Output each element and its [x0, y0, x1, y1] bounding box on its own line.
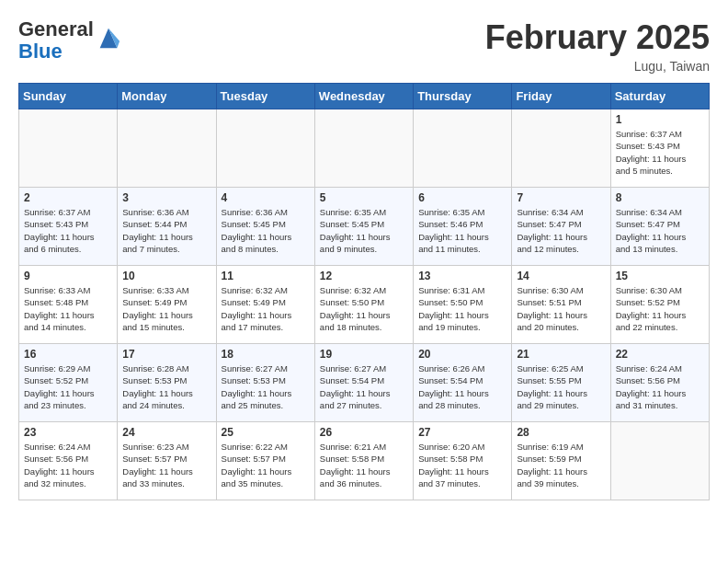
- day-number: 22: [616, 348, 704, 361]
- week-row-1: 1Sunrise: 6:37 AM Sunset: 5:43 PM Daylig…: [19, 109, 710, 188]
- weekday-header-tuesday: Tuesday: [216, 84, 314, 109]
- day-info: Sunrise: 6:24 AM Sunset: 5:56 PM Dayligh…: [24, 441, 112, 489]
- weekday-header-thursday: Thursday: [414, 84, 512, 109]
- day-number: 26: [320, 426, 408, 439]
- day-info: Sunrise: 6:20 AM Sunset: 5:58 PM Dayligh…: [418, 441, 506, 489]
- logo: General Blue: [18, 18, 121, 63]
- calendar-cell: 9Sunrise: 6:33 AM Sunset: 5:48 PM Daylig…: [19, 266, 118, 344]
- day-number: 10: [122, 270, 210, 282]
- calendar-cell: 18Sunrise: 6:27 AM Sunset: 5:53 PM Dayli…: [216, 344, 314, 422]
- week-row-2: 2Sunrise: 6:37 AM Sunset: 5:43 PM Daylig…: [19, 188, 710, 266]
- day-info: Sunrise: 6:21 AM Sunset: 5:58 PM Dayligh…: [320, 441, 408, 489]
- calendar-cell: [19, 109, 118, 188]
- calendar-cell: 6Sunrise: 6:35 AM Sunset: 5:46 PM Daylig…: [414, 188, 512, 266]
- day-number: 4: [222, 191, 310, 204]
- day-info: Sunrise: 6:22 AM Sunset: 5:57 PM Dayligh…: [222, 441, 310, 489]
- calendar-cell: 8Sunrise: 6:34 AM Sunset: 5:47 PM Daylig…: [610, 188, 709, 266]
- calendar-cell: [414, 109, 512, 188]
- day-number: 14: [517, 270, 605, 282]
- weekday-header-monday: Monday: [118, 84, 216, 109]
- day-info: Sunrise: 6:24 AM Sunset: 5:56 PM Dayligh…: [616, 362, 704, 411]
- weekday-header-friday: Friday: [512, 84, 610, 109]
- day-number: 16: [24, 348, 112, 361]
- day-info: Sunrise: 6:34 AM Sunset: 5:47 PM Dayligh…: [616, 206, 704, 255]
- weekday-header-sunday: Sunday: [19, 84, 118, 109]
- day-number: 27: [418, 426, 506, 439]
- logo-text: General Blue: [18, 18, 94, 63]
- day-info: Sunrise: 6:31 AM Sunset: 5:50 PM Dayligh…: [418, 284, 506, 333]
- logo-general: General: [18, 17, 94, 40]
- day-number: 6: [418, 191, 506, 204]
- location: Lugu, Taiwan: [485, 59, 710, 74]
- day-number: 17: [122, 348, 210, 361]
- calendar-cell: 28Sunrise: 6:19 AM Sunset: 5:59 PM Dayli…: [512, 422, 610, 500]
- calendar-cell: 1Sunrise: 6:37 AM Sunset: 5:43 PM Daylig…: [610, 109, 709, 188]
- day-number: 19: [320, 348, 408, 361]
- day-info: Sunrise: 6:35 AM Sunset: 5:45 PM Dayligh…: [320, 206, 408, 255]
- calendar-cell: [118, 109, 216, 188]
- day-info: Sunrise: 6:34 AM Sunset: 5:47 PM Dayligh…: [517, 206, 605, 255]
- day-info: Sunrise: 6:28 AM Sunset: 5:53 PM Dayligh…: [122, 362, 210, 411]
- calendar-cell: 16Sunrise: 6:29 AM Sunset: 5:52 PM Dayli…: [19, 344, 118, 422]
- day-number: 3: [122, 191, 210, 204]
- calendar-cell: [314, 109, 413, 188]
- day-info: Sunrise: 6:25 AM Sunset: 5:55 PM Dayligh…: [517, 362, 605, 411]
- calendar-cell: 13Sunrise: 6:31 AM Sunset: 5:50 PM Dayli…: [414, 266, 512, 344]
- calendar-cell: 11Sunrise: 6:32 AM Sunset: 5:49 PM Dayli…: [216, 266, 314, 344]
- week-row-3: 9Sunrise: 6:33 AM Sunset: 5:48 PM Daylig…: [19, 266, 710, 344]
- calendar-cell: 22Sunrise: 6:24 AM Sunset: 5:56 PM Dayli…: [610, 344, 709, 422]
- logo-icon: [96, 24, 121, 50]
- logo-blue: Blue: [18, 40, 63, 63]
- calendar-cell: [610, 422, 709, 500]
- calendar-cell: 3Sunrise: 6:36 AM Sunset: 5:44 PM Daylig…: [118, 188, 216, 266]
- day-number: 15: [616, 270, 704, 282]
- day-info: Sunrise: 6:23 AM Sunset: 5:57 PM Dayligh…: [122, 441, 210, 489]
- calendar-cell: 25Sunrise: 6:22 AM Sunset: 5:57 PM Dayli…: [216, 422, 314, 500]
- day-info: Sunrise: 6:29 AM Sunset: 5:52 PM Dayligh…: [24, 362, 112, 411]
- calendar-cell: 17Sunrise: 6:28 AM Sunset: 5:53 PM Dayli…: [118, 344, 216, 422]
- day-number: 13: [418, 270, 506, 282]
- title-area: February 2025 Lugu, Taiwan: [485, 18, 710, 74]
- day-number: 9: [24, 270, 112, 282]
- calendar-cell: 7Sunrise: 6:34 AM Sunset: 5:47 PM Daylig…: [512, 188, 610, 266]
- day-number: 2: [24, 191, 112, 204]
- day-info: Sunrise: 6:37 AM Sunset: 5:43 PM Dayligh…: [24, 206, 112, 255]
- weekday-header-wednesday: Wednesday: [314, 84, 413, 109]
- calendar-cell: 15Sunrise: 6:30 AM Sunset: 5:52 PM Dayli…: [610, 266, 709, 344]
- calendar-cell: 23Sunrise: 6:24 AM Sunset: 5:56 PM Dayli…: [19, 422, 118, 500]
- weekday-header-saturday: Saturday: [610, 84, 709, 109]
- day-number: 20: [418, 348, 506, 361]
- day-number: 25: [222, 426, 310, 439]
- calendar-cell: 19Sunrise: 6:27 AM Sunset: 5:54 PM Dayli…: [314, 344, 413, 422]
- calendar-cell: 10Sunrise: 6:33 AM Sunset: 5:49 PM Dayli…: [118, 266, 216, 344]
- calendar-cell: 4Sunrise: 6:36 AM Sunset: 5:45 PM Daylig…: [216, 188, 314, 266]
- calendar-cell: [512, 109, 610, 188]
- day-info: Sunrise: 6:27 AM Sunset: 5:53 PM Dayligh…: [222, 362, 310, 411]
- day-number: 12: [320, 270, 408, 282]
- day-number: 1: [616, 113, 704, 126]
- day-info: Sunrise: 6:26 AM Sunset: 5:54 PM Dayligh…: [418, 362, 506, 411]
- day-number: 8: [616, 191, 704, 204]
- day-info: Sunrise: 6:32 AM Sunset: 5:50 PM Dayligh…: [320, 284, 408, 333]
- page-header: General Blue February 2025 Lugu, Taiwan: [18, 18, 710, 74]
- month-title: February 2025: [485, 18, 710, 57]
- day-number: 21: [517, 348, 605, 361]
- weekday-header-row: SundayMondayTuesdayWednesdayThursdayFrid…: [19, 84, 710, 109]
- calendar-cell: [216, 109, 314, 188]
- calendar-cell: 14Sunrise: 6:30 AM Sunset: 5:51 PM Dayli…: [512, 266, 610, 344]
- calendar-cell: 24Sunrise: 6:23 AM Sunset: 5:57 PM Dayli…: [118, 422, 216, 500]
- day-number: 18: [222, 348, 310, 361]
- day-info: Sunrise: 6:35 AM Sunset: 5:46 PM Dayligh…: [418, 206, 506, 255]
- day-number: 24: [122, 426, 210, 439]
- day-info: Sunrise: 6:30 AM Sunset: 5:52 PM Dayligh…: [616, 284, 704, 333]
- day-info: Sunrise: 6:19 AM Sunset: 5:59 PM Dayligh…: [517, 441, 605, 489]
- calendar-cell: 27Sunrise: 6:20 AM Sunset: 5:58 PM Dayli…: [414, 422, 512, 500]
- week-row-5: 23Sunrise: 6:24 AM Sunset: 5:56 PM Dayli…: [19, 422, 710, 500]
- day-info: Sunrise: 6:27 AM Sunset: 5:54 PM Dayligh…: [320, 362, 408, 411]
- calendar-cell: 5Sunrise: 6:35 AM Sunset: 5:45 PM Daylig…: [314, 188, 413, 266]
- day-info: Sunrise: 6:36 AM Sunset: 5:44 PM Dayligh…: [122, 206, 210, 255]
- day-info: Sunrise: 6:30 AM Sunset: 5:51 PM Dayligh…: [517, 284, 605, 333]
- day-info: Sunrise: 6:32 AM Sunset: 5:49 PM Dayligh…: [222, 284, 310, 333]
- calendar-table: SundayMondayTuesdayWednesdayThursdayFrid…: [18, 83, 710, 500]
- calendar-cell: 2Sunrise: 6:37 AM Sunset: 5:43 PM Daylig…: [19, 188, 118, 266]
